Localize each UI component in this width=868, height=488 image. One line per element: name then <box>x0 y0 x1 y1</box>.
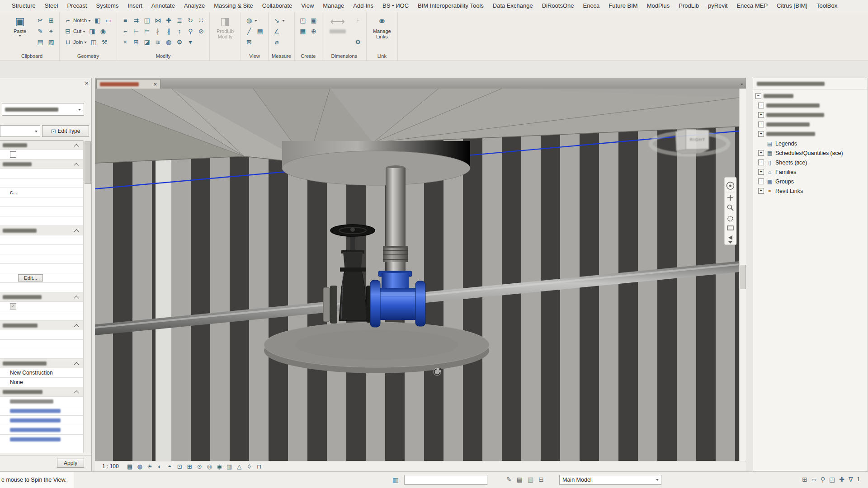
workset-display-icon[interactable]: ▤ <box>517 476 523 483</box>
tree-expander-icon[interactable]: + <box>758 122 764 127</box>
browser-row-redacted[interactable]: + <box>753 101 868 110</box>
menu-tab-annotate[interactable]: Annotate <box>147 0 179 12</box>
tree-expander-icon[interactable]: + <box>758 169 764 175</box>
menu-tab-structure[interactable]: Structure <box>7 0 40 12</box>
property-row[interactable] <box>0 178 84 188</box>
dropper-icon[interactable]: ◉ <box>98 27 108 36</box>
mirror-pick-icon[interactable]: ◫ <box>142 16 152 25</box>
menu-tab-bim-interoperability-tools[interactable]: BIM Interoperability Tools <box>413 0 488 12</box>
collapse-chevron-icon[interactable] <box>74 163 79 168</box>
property-row[interactable] <box>0 435 84 444</box>
close-hidden-windows-icon[interactable]: ⊠ <box>244 38 254 47</box>
split-face-icon[interactable]: ◫ <box>89 38 99 47</box>
property-row[interactable] <box>0 197 84 207</box>
collapse-chevron-icon[interactable] <box>74 229 79 234</box>
beam-system-icon[interactable]: ▭ <box>104 16 113 25</box>
paste-button[interactable]: ▣Paste <box>8 13 32 37</box>
insulation-icon[interactable]: ≋ <box>153 38 163 47</box>
menu-tab-bs-иос[interactable]: BS • ИОС <box>378 0 413 12</box>
clipboard-icon[interactable]: ▤ <box>35 38 45 47</box>
type-selector[interactable] <box>2 103 84 116</box>
properties-close-icon[interactable]: × <box>85 79 89 87</box>
copy-icon[interactable]: ≣ <box>175 16 184 25</box>
activate-controls-icon[interactable]: ◍ <box>164 38 174 47</box>
property-row[interactable] <box>0 330 84 340</box>
select-pins-icon[interactable]: ⚲ <box>821 476 825 483</box>
mirror-axis-icon[interactable]: ⋈ <box>153 16 163 25</box>
properties-scrollbar-thumb[interactable] <box>85 141 91 184</box>
menu-tab-add-ins[interactable]: Add-Ins <box>349 0 378 12</box>
split-icon[interactable]: ∤ <box>153 27 163 36</box>
extend-multiple-icon[interactable]: ⊨ <box>142 27 152 36</box>
match-type-icon[interactable]: ✎ <box>35 27 45 36</box>
menu-tab-view[interactable]: View <box>297 0 318 12</box>
create-group-icon[interactable]: ▦ <box>298 27 308 36</box>
drawing-area[interactable]: ⌂ RIGHT <box>95 89 739 461</box>
browser-item-families[interactable]: +⌂Families <box>753 167 868 177</box>
browser-item-legends[interactable]: +▤Legends <box>753 139 868 148</box>
collapse-chevron-icon[interactable] <box>74 296 79 300</box>
modify-settings-icon[interactable]: ⚙ <box>175 38 184 47</box>
menu-tab-analyze[interactable]: Analyze <box>179 0 209 12</box>
menu-tab-insert[interactable]: Insert <box>123 0 147 12</box>
sun-path-icon[interactable]: ☀ <box>146 462 154 470</box>
dimension-settings-icon[interactable]: ⚙ <box>353 38 363 47</box>
menu-tab-dirootsone[interactable]: DiRootsOne <box>538 0 579 12</box>
workset-box[interactable] <box>404 475 487 485</box>
view-scale-button[interactable]: 1 : 100 <box>102 463 119 469</box>
viewcube-home-icon[interactable]: ⌂ <box>647 125 651 131</box>
move-icon[interactable]: ✚ <box>164 16 174 25</box>
view-tab-menu-icon[interactable] <box>741 84 743 85</box>
more-tools-icon[interactable]: ▾ <box>185 38 195 47</box>
property-checkbox-checked[interactable]: ✓ <box>10 303 16 310</box>
property-row[interactable] <box>0 283 84 292</box>
wall-joins-icon[interactable]: ⊞ <box>131 38 141 47</box>
measure-button[interactable]: ↘ <box>272 16 286 25</box>
menu-tab-steel[interactable]: Steel <box>40 0 63 12</box>
rotate-icon[interactable]: ↻ <box>185 16 195 25</box>
collapse-chevron-icon[interactable] <box>74 144 79 149</box>
lock-view-icon[interactable]: ⊙ <box>195 462 204 470</box>
property-row[interactable] <box>0 245 84 254</box>
notch-button[interactable]: ⌐Notch <box>63 16 92 25</box>
view-properties-icon[interactable]: ▥ <box>225 462 234 470</box>
pin-icon[interactable]: ⚲ <box>185 27 195 36</box>
create-parts-icon[interactable]: ◳ <box>298 16 308 25</box>
design-options-icon[interactable]: ⊟ <box>538 476 544 483</box>
viewport-scrollbar-thumb[interactable] <box>741 265 746 289</box>
graphic-display-icon[interactable]: ▤ <box>255 27 265 36</box>
menu-tab-modplus[interactable]: ModPlus <box>642 0 675 12</box>
detail-level-icon[interactable]: ▤ <box>126 462 134 470</box>
worksets-dialog-icon[interactable]: ▥ <box>528 476 533 483</box>
menu-tab-collaborate[interactable]: Collaborate <box>258 0 297 12</box>
create-assembly-icon[interactable]: ▣ <box>309 16 319 25</box>
manage-links-button[interactable]: ⚭Manage Links <box>370 13 394 39</box>
reveal-constraints-icon[interactable]: ⊓ <box>255 462 264 470</box>
property-row[interactable]: None <box>0 378 84 387</box>
trim-icon[interactable]: ⌐ <box>120 27 130 36</box>
unpin-icon[interactable]: ⊘ <box>196 27 206 36</box>
property-row[interactable] <box>0 349 84 359</box>
property-row[interactable] <box>0 254 84 264</box>
thin-lines-icon[interactable]: ╱ <box>244 27 254 36</box>
browser-row-redacted[interactable]: + <box>753 120 868 129</box>
browser-item-groups[interactable]: +▩Groups <box>753 177 868 186</box>
property-row[interactable]: New Construction <box>0 368 84 378</box>
property-row[interactable]: ✓ <box>0 302 84 311</box>
rendering-dialog-icon[interactable]: ◓ <box>165 462 174 470</box>
tree-expander-icon[interactable]: + <box>758 178 764 184</box>
browser-item-schedules-quantities-все[interactable]: +▦Schedules/Quantities (все) <box>753 148 868 158</box>
reveal-hidden-icon[interactable]: ◉ <box>215 462 224 470</box>
floor-disc[interactable] <box>264 322 489 373</box>
visibility-graphics-button[interactable]: ◍ <box>244 16 258 25</box>
dimension-string-icon[interactable]: ⊦ <box>353 16 363 25</box>
menu-tab-prodlib[interactable]: ProdLib <box>674 0 703 12</box>
filter-icon[interactable]: ∇ <box>849 476 853 483</box>
properties-scrollbar[interactable] <box>83 140 91 453</box>
tree-expander-icon[interactable]: + <box>758 103 764 108</box>
diameter-dimension-icon[interactable]: ⌀ <box>272 38 282 47</box>
property-row[interactable] <box>0 425 84 435</box>
property-row[interactable] <box>0 207 84 216</box>
menu-tab-citrus-bim[interactable]: Citrus [BIM] <box>772 0 812 12</box>
menu-tab-manage[interactable]: Manage <box>318 0 349 12</box>
